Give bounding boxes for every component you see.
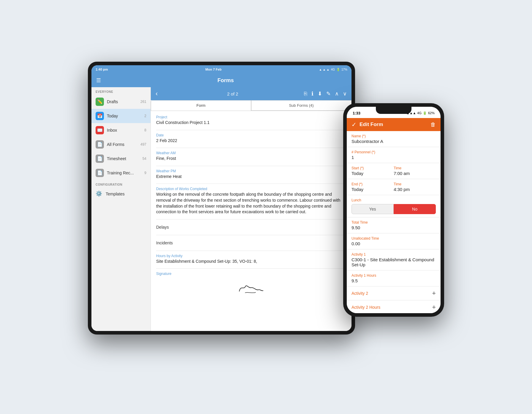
phone-activity1-hours-field: Activity 1 Hours 9.5 bbox=[347, 270, 441, 286]
phone-name-field: Name (*) Subcontractor A bbox=[347, 131, 441, 147]
sidebar-label-drafts: Drafts bbox=[107, 99, 140, 104]
network-icon: 4G bbox=[331, 68, 335, 71]
phone-start-label: Start (*) bbox=[352, 166, 394, 170]
phone-personnel-label: # Personnel (*) bbox=[352, 150, 436, 154]
sidebar-item-templates[interactable]: ⚙️ Templates bbox=[91, 187, 151, 200]
phone-unallocated-label: Unallocated Time bbox=[352, 236, 436, 241]
divider-6 bbox=[156, 235, 346, 235]
tablet-time: 1:40 pm bbox=[96, 68, 108, 71]
signature-label: Signature bbox=[156, 272, 346, 276]
info-icon[interactable]: ℹ bbox=[311, 90, 314, 97]
project-field: Project Civil Construction Project 1.1 bbox=[156, 115, 346, 126]
phone-activity2-hours-add[interactable]: Activity 2 Hours + bbox=[347, 300, 441, 313]
weather-am-field: Weather AM Fine, Frost bbox=[156, 151, 346, 162]
sidebar-item-inbox[interactable]: ✉️ Inbox 8 bbox=[91, 123, 151, 137]
phone-end-time-label: Time bbox=[394, 182, 436, 186]
tab-form[interactable]: Form bbox=[151, 100, 251, 111]
divider-4 bbox=[156, 184, 346, 184]
training-icon: 📄 bbox=[96, 169, 104, 177]
signal-icon: ▲ ▲ ▲ bbox=[319, 68, 329, 71]
hours-label: Hours by Activity bbox=[156, 254, 346, 258]
phone-end-field: End (*) Today Time 4:30 pm bbox=[347, 179, 441, 195]
edit-icon[interactable]: ✎ bbox=[326, 90, 331, 97]
phone-start-time-value: 7:00 am bbox=[394, 171, 436, 176]
phone-start-value: Today bbox=[352, 171, 394, 176]
phone-activity1-value: C300-1 - Site Establishment & Compound S… bbox=[352, 257, 436, 267]
tablet-status-bar: 1:40 pm Mon 7 Feb ▲ ▲ ▲ 4G 🔋 17% bbox=[91, 65, 352, 74]
sidebar-item-allforms[interactable]: 📄 All Forms 497 bbox=[91, 137, 151, 152]
tablet-header: ☰ Forms bbox=[91, 74, 352, 87]
phone-start-col: Start (*) Today bbox=[352, 166, 394, 176]
sidebar-label-timesheet: Timesheet bbox=[107, 156, 142, 161]
phone-header-title: Edit Form bbox=[360, 122, 430, 128]
divider-1 bbox=[156, 130, 346, 130]
phone-start-field: Start (*) Today Time 7:00 am bbox=[347, 163, 441, 179]
phone-time: 1:33 bbox=[353, 111, 360, 115]
phone-lunch-field: Lunch Yes No bbox=[347, 195, 441, 217]
download-icon[interactable]: ⬇ bbox=[318, 90, 322, 97]
activity2-hours-plus-icon: + bbox=[432, 303, 436, 311]
project-value: Civil Construction Project 1.1 bbox=[156, 120, 346, 126]
weather-am-label: Weather AM bbox=[156, 151, 346, 155]
phone-end-time-col: Time 4:30 pm bbox=[394, 182, 436, 192]
tablet-content: EVERYONE ✏️ Drafts 261 📅 Today 2 ✉️ Inbo… bbox=[91, 87, 352, 331]
sidebar-item-today[interactable]: 📅 Today 2 bbox=[91, 109, 151, 123]
today-icon: 📅 bbox=[96, 112, 104, 120]
sidebar-badge-drafts: 261 bbox=[140, 100, 146, 104]
phone-end-time-value: 4:30 pm bbox=[394, 187, 436, 192]
phone-activity2-add[interactable]: Activity 2 + bbox=[347, 286, 441, 300]
sidebar-badge-timesheet: 54 bbox=[142, 157, 146, 161]
phone-activity2-hours-label: Activity 2 Hours bbox=[352, 305, 432, 310]
drafts-icon: ✏️ bbox=[96, 98, 104, 106]
project-label: Project bbox=[156, 115, 346, 119]
sidebar-item-drafts[interactable]: ✏️ Drafts 261 bbox=[91, 95, 151, 109]
phone-header: ✓ Edit Form 🗑 bbox=[347, 118, 441, 131]
sidebar-section-config: CONFIGURATION bbox=[91, 180, 151, 187]
divider-8 bbox=[156, 268, 346, 269]
phone-unallocated-value: 0.00 bbox=[352, 241, 436, 246]
sidebar-item-training[interactable]: 📄 Training Rec... 9 bbox=[91, 166, 151, 180]
phone-body: Name (*) Subcontractor A # Personnel (*)… bbox=[347, 131, 441, 313]
phone-unallocated-field: Unallocated Time 0.00 bbox=[347, 233, 441, 249]
description-value: Working on the removal of the concrete f… bbox=[156, 192, 346, 215]
description-label: Description of Works Completed bbox=[156, 187, 346, 191]
divider-7 bbox=[156, 251, 346, 251]
sidebar-label-templates: Templates bbox=[106, 192, 146, 196]
phone-activity1-label: Activity 1 bbox=[352, 252, 436, 257]
trash-icon[interactable]: 🗑 bbox=[430, 122, 436, 128]
phone-name-label: Name (*) bbox=[352, 134, 436, 138]
lunch-no-button[interactable]: No bbox=[394, 204, 436, 214]
copy-icon[interactable]: ⎘ bbox=[304, 91, 307, 97]
phone-battery-icon: 🔋 bbox=[423, 111, 427, 115]
phone-total-time-label: Total Time bbox=[352, 220, 436, 224]
sidebar-label-inbox: Inbox bbox=[107, 128, 144, 133]
date-label: Date bbox=[156, 133, 346, 137]
back-button[interactable]: ‹ bbox=[156, 90, 158, 98]
main-nav-bar: ‹ 2 of 2 ⎘ ℹ ⬇ ✎ ∧ ∨ bbox=[151, 87, 352, 100]
chevron-down-icon[interactable]: ∨ bbox=[343, 90, 347, 97]
lunch-yes-button[interactable]: Yes bbox=[352, 204, 394, 214]
phone-activity1-field: Activity 1 C300-1 - Site Establishment &… bbox=[347, 249, 441, 270]
page-count: 2 of 2 bbox=[161, 91, 304, 96]
sidebar: EVERYONE ✏️ Drafts 261 📅 Today 2 ✉️ Inbo… bbox=[91, 87, 151, 331]
weather-pm-value: Extreme Heat bbox=[156, 174, 346, 180]
phone-end-label: End (*) bbox=[352, 182, 394, 186]
divider-3 bbox=[156, 166, 346, 166]
tablet-status-right: ▲ ▲ ▲ 4G 🔋 17% bbox=[319, 68, 347, 71]
phone-start-time-col: Time 7:00 am bbox=[394, 166, 436, 176]
nav-actions: ⎘ ℹ ⬇ ✎ ∧ ∨ bbox=[304, 90, 347, 97]
hamburger-icon[interactable]: ☰ bbox=[96, 77, 101, 84]
sidebar-item-timesheet[interactable]: 📄 Timesheet 54 bbox=[91, 152, 151, 166]
sidebar-label-allforms: All Forms bbox=[107, 142, 140, 147]
tab-subforms[interactable]: Sub Forms (4) bbox=[251, 100, 352, 111]
phone-total-time-value: 9.50 bbox=[352, 225, 436, 230]
check-icon[interactable]: ✓ bbox=[352, 121, 357, 128]
sidebar-label-training: Training Rec... bbox=[107, 171, 144, 175]
battery-level: 17% bbox=[341, 68, 347, 71]
phone-personnel-value: 1 bbox=[352, 155, 436, 160]
tablet-header-title: Forms bbox=[104, 77, 347, 84]
weather-am-value: Fine, Frost bbox=[156, 156, 346, 162]
hours-value: Site Establishment & Compound Set-Up: 35… bbox=[156, 259, 346, 265]
incidents-label: Incidents bbox=[156, 238, 346, 248]
chevron-up-icon[interactable]: ∧ bbox=[335, 90, 339, 97]
